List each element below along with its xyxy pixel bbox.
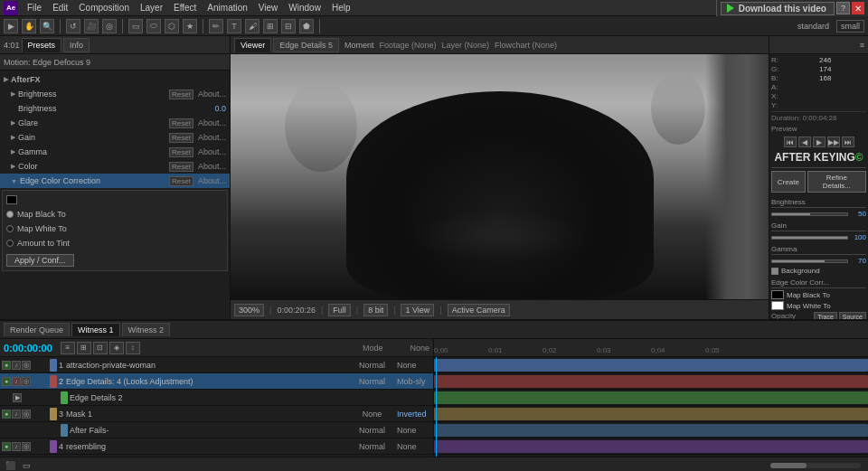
download-close-button[interactable]: ✕ [852,2,864,14]
layer-mode-6[interactable]: Normal [347,442,397,451]
clip-5[interactable] [434,424,868,437]
clip-1[interactable] [434,359,868,372]
ecc-map-black-row[interactable]: Map Black To [5,207,225,221]
search-effects-btn[interactable]: small [836,20,864,33]
tool-eraser[interactable]: ⊟ [281,19,296,33]
preview-skip-end[interactable]: ⏭ [842,137,854,147]
menu-window[interactable]: Window [287,3,323,13]
timeline-scrollbar[interactable] [770,463,861,468]
tl-audio-2[interactable]: ♪ [12,377,21,386]
download-help-icon[interactable]: ? [836,2,850,14]
menu-file[interactable]: File [25,3,43,13]
comp-tab-edge[interactable]: Edge Details 5 [273,38,339,52]
ecc-black-swatch[interactable] [6,195,17,204]
tool-text[interactable]: T [227,19,241,33]
tl-eye-2[interactable]: ● [2,377,11,386]
tl-audio-6[interactable]: ♪ [12,442,21,451]
preview-back-frame[interactable]: ◀ [798,137,811,147]
layer-mode-1[interactable]: Normal [347,361,397,370]
comp-tab-viewer[interactable]: Viewer [234,38,271,52]
tool-select[interactable]: ▶ [4,19,18,33]
info-header-icon[interactable]: ≡ [860,41,864,50]
layer-mode-4[interactable]: None [347,410,397,419]
tool-unified-camera[interactable]: 🎥 [84,19,99,33]
vc-view[interactable]: 1 View [401,304,434,316]
color-reset[interactable]: Reset [169,162,193,172]
tool-brush[interactable]: 🖌 [245,19,259,33]
tl-layer-6[interactable]: ● ♪ ◎ 4 resembling Normal None [0,438,433,455]
tl-btn-4[interactable]: ◈ [109,342,124,354]
tl-solo-6[interactable]: ◎ [22,442,31,451]
tl-eye-6[interactable]: ● [2,442,11,451]
gamma-about[interactable]: About... [198,147,226,156]
tl-btn-5[interactable]: ↕ [126,342,140,354]
tl-tab-witness2[interactable]: Witness 2 [122,323,171,336]
tl-layer-3[interactable]: ▶ Edge Details 2 [0,390,433,406]
gain-reset[interactable]: Reset [169,133,193,143]
menu-edit[interactable]: Edit [51,3,70,13]
tool-star[interactable]: ★ [183,19,197,33]
tl-expand-3[interactable]: ▶ [13,393,22,402]
tl-btn-3[interactable]: ⊡ [93,342,108,354]
ecc-amount-radio[interactable] [6,240,14,247]
tab-info[interactable]: Info [63,38,90,52]
ecc-about[interactable]: About... [198,176,226,185]
effect-color[interactable]: ▶ Color Reset About... [0,159,230,174]
effect-glare[interactable]: ▶ Glare Reset About... [0,116,230,130]
ecc-amount-row[interactable]: Amount to Tint [5,236,225,250]
tab-presets[interactable]: Presets [22,38,62,52]
tl-timecode[interactable]: 0:00:00:00 [4,343,52,353]
download-button[interactable]: Download this video [721,2,835,15]
map-white-swatch[interactable] [771,301,784,310]
preview-skip-start[interactable]: ⏮ [784,137,797,147]
trace-button[interactable]: Trace [814,312,837,319]
vc-zoom-fit[interactable]: 300% [234,304,264,316]
tool-puppet[interactable]: ⬟ [299,19,314,33]
ecc-reset[interactable]: Reset [169,176,193,186]
preview-play[interactable]: ▶ [813,137,826,147]
viewport-image[interactable] [231,54,769,299]
tool-pen[interactable]: ✏ [209,19,223,33]
create-button[interactable]: Create [771,171,806,193]
effect-brightness[interactable]: ▶ Brightness Reset About... [0,87,230,101]
vc-timecode[interactable]: 0:00:20:26 [277,306,316,315]
clip-6[interactable] [434,440,868,453]
clip-4[interactable] [434,408,868,420]
gamma-reset[interactable]: Reset [169,147,193,157]
vc-resolution[interactable]: Full [328,304,351,316]
tool-zoom[interactable]: 🔍 [40,19,54,33]
tool-clone[interactable]: ⊞ [263,19,278,33]
effect-ecc[interactable]: ▼ Edge Color Correction Reset About... [0,174,230,188]
vc-bit-depth[interactable]: 8 bit [363,304,388,316]
background-checkbox[interactable] [771,268,778,275]
clip-2[interactable] [434,375,868,388]
menu-view[interactable]: View [257,3,280,13]
tl-layer-2[interactable]: ● ♪ ◎ 2 Edge Details: 4 (Looks Adjustmen… [0,373,433,390]
menu-effect[interactable]: Effect [172,3,198,13]
gamma-slider[interactable] [771,259,848,263]
menu-help[interactable]: Help [330,3,353,13]
layer-tag[interactable]: Layer (None) [441,41,489,50]
refine-button[interactable]: Refine Details... [807,171,866,193]
tl-playhead[interactable] [436,357,437,457]
tool-orbit[interactable]: ◎ [102,19,117,33]
brightness-reset[interactable]: Reset [169,89,193,99]
menu-layer[interactable]: Layer [138,3,165,13]
ecc-map-black-radio[interactable] [6,211,14,218]
tl-audio-4[interactable]: ♪ [12,410,21,419]
tl-audio-1[interactable]: ♪ [12,361,21,370]
layer-mode-2[interactable]: Normal [347,377,397,386]
tool-poly[interactable]: ⬡ [165,19,179,33]
brightness-about[interactable]: About... [198,89,226,99]
tl-layer-5[interactable]: After Fails- Normal None [0,422,433,438]
tool-rect[interactable]: ▭ [128,19,143,33]
tool-ellipse[interactable]: ⬭ [146,19,161,33]
vc-camera[interactable]: Active Camera [448,304,510,316]
effect-gamma[interactable]: ▶ Gamma Reset About... [0,145,230,159]
flowchart-tag[interactable]: Flowchart (None) [495,41,557,50]
clip-3[interactable] [434,391,868,404]
timeline-right[interactable]: 0:00 0:01 0:02 0:03 0:04 0:05 [434,339,868,457]
gain-slider[interactable] [771,236,848,240]
tl-layer-1[interactable]: ● ♪ ◎ 1 attraction-private-woman Normal … [0,357,433,373]
tl-solo-4[interactable]: ◎ [22,410,31,419]
